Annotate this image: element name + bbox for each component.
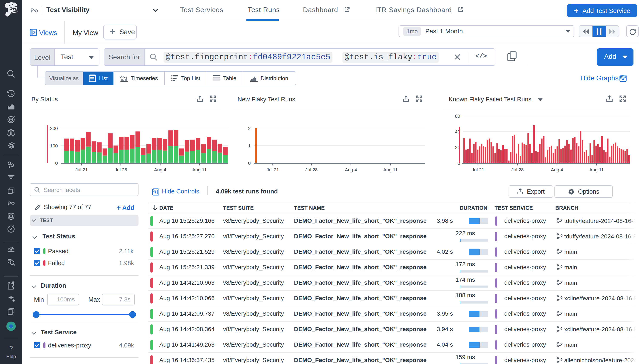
svg-text:Jul 28: Jul 28: [305, 167, 318, 172]
svg-text:2: 2: [248, 126, 251, 131]
svg-text:Jul 28: Jul 28: [511, 167, 524, 172]
svg-text:0: 0: [248, 160, 251, 166]
svg-text:100: 100: [50, 143, 58, 148]
svg-text:Aug 4: Aug 4: [345, 167, 357, 172]
svg-text:200: 200: [50, 126, 58, 131]
svg-text:Jul 28: Jul 28: [115, 167, 127, 172]
svg-text:Jul 21: Jul 21: [267, 167, 279, 172]
svg-text:0: 0: [55, 160, 58, 166]
svg-text:Jul 21: Jul 21: [472, 167, 484, 172]
svg-text:1: 1: [248, 143, 251, 148]
svg-text:Aug 11: Aug 11: [192, 167, 207, 172]
svg-text:Aug 11: Aug 11: [589, 167, 604, 172]
svg-text:60: 60: [455, 114, 460, 119]
svg-text:Aug 4: Aug 4: [154, 167, 166, 172]
svg-text:Aug 4: Aug 4: [551, 167, 563, 172]
svg-text:Aug 11: Aug 11: [383, 167, 398, 172]
svg-text:Jul 21: Jul 21: [75, 167, 88, 172]
